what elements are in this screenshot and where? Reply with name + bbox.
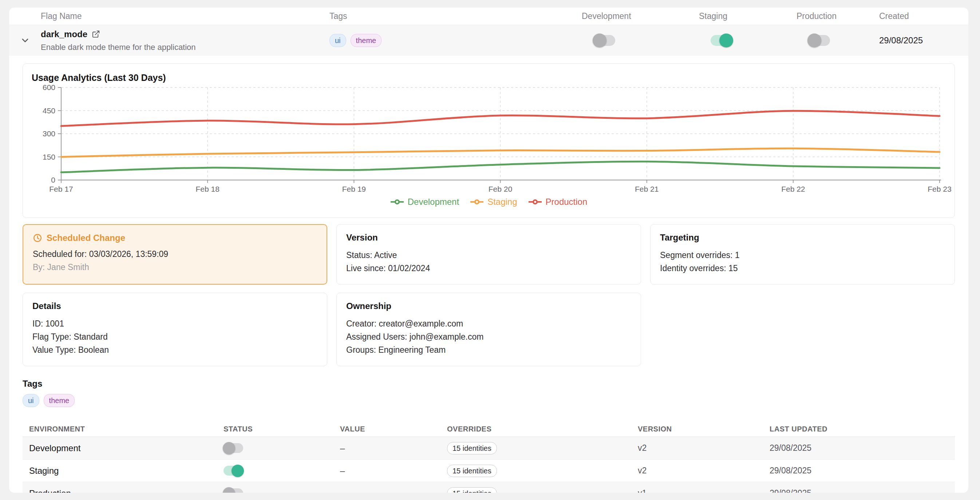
staging-toggle[interactable] bbox=[711, 35, 732, 46]
clock-icon bbox=[33, 233, 42, 243]
card-line: Value Type: Boolean bbox=[32, 343, 317, 356]
legend-label: Development bbox=[408, 197, 459, 207]
expand-chevron-icon[interactable] bbox=[20, 35, 30, 46]
development-status-toggle[interactable] bbox=[224, 443, 243, 453]
production-toggle[interactable] bbox=[808, 35, 830, 46]
card-line: Groups: Engineering Team bbox=[346, 343, 631, 356]
flag-name: dark_mode bbox=[41, 29, 88, 39]
env-last-updated: 29/08/2025 bbox=[770, 466, 955, 476]
chart-title: Usage Analytics (Last 30 Days) bbox=[30, 71, 947, 83]
scheduled-change-card: Scheduled Change Scheduled for: 03/03/20… bbox=[22, 224, 327, 284]
legend-item-development[interactable]: Development bbox=[390, 197, 459, 207]
flag-detail-panel: Flag Name Tags Development Staging Produ… bbox=[9, 8, 968, 493]
env-value: – bbox=[340, 466, 447, 476]
tags-list: uitheme bbox=[22, 394, 955, 407]
column-header-production: Production bbox=[797, 11, 879, 21]
toggle-knob bbox=[232, 465, 244, 477]
tag-pill-ui[interactable]: ui bbox=[22, 394, 39, 407]
targeting-card-title: Targeting bbox=[660, 233, 945, 243]
scheduled-for-text: Scheduled for: 03/03/2026, 13:59:09 bbox=[33, 248, 317, 260]
toggle-knob bbox=[593, 34, 606, 47]
chart-legend: DevelopmentStagingProduction bbox=[30, 197, 947, 207]
card-line: Creator: creator@example.com bbox=[346, 317, 631, 330]
details-card-body: ID: 1001Flag Type: StandardValue Type: B… bbox=[32, 317, 317, 356]
svg-text:600: 600 bbox=[43, 83, 55, 91]
env-name: Production bbox=[29, 488, 224, 493]
flag-row[interactable]: dark_mode Enable dark mode theme for the… bbox=[9, 25, 968, 56]
column-header-flag-name: Flag Name bbox=[41, 11, 329, 21]
card-line: Live since: 01/02/2024 bbox=[346, 262, 631, 275]
column-header-created: Created bbox=[879, 11, 968, 21]
legend-item-staging[interactable]: Staging bbox=[470, 197, 517, 207]
page-background: Flag Name Tags Development Staging Produ… bbox=[0, 0, 980, 500]
env-last-updated: 29/08/2025 bbox=[770, 443, 955, 453]
env-column-header-version: Version bbox=[638, 425, 770, 433]
overrides-badge: 15 identities bbox=[447, 442, 497, 454]
svg-text:Feb 17: Feb 17 bbox=[49, 185, 73, 193]
ownership-card: Ownership Creator: creator@example.comAs… bbox=[336, 292, 641, 366]
series-line-staging bbox=[61, 148, 940, 157]
legend-item-production[interactable]: Production bbox=[528, 197, 587, 207]
environment-table: EnvironmentStatusValueOverridesVersionLa… bbox=[22, 422, 955, 493]
overrides-badge: 15 identities bbox=[447, 465, 497, 477]
legend-label: Production bbox=[546, 197, 587, 207]
targeting-card-body: Segment overrides: 1Identity overrides: … bbox=[660, 249, 945, 275]
svg-text:Feb 21: Feb 21 bbox=[635, 185, 659, 193]
scheduled-by-text: By: Jane Smith bbox=[33, 260, 317, 274]
details-card-title: Details bbox=[32, 301, 317, 311]
development-toggle[interactable] bbox=[593, 35, 615, 46]
tags-section: Tags uitheme bbox=[22, 379, 955, 407]
version-card-title: Version bbox=[346, 233, 631, 243]
flag-created-date: 29/08/2025 bbox=[879, 35, 968, 46]
svg-text:450: 450 bbox=[43, 106, 55, 115]
legend-label: Staging bbox=[487, 197, 517, 207]
svg-text:Feb 20: Feb 20 bbox=[488, 185, 512, 193]
flag-description: Enable dark mode theme for the applicati… bbox=[41, 43, 329, 52]
column-header-tags: Tags bbox=[329, 11, 582, 21]
tag-pill-theme[interactable]: theme bbox=[351, 34, 382, 47]
env-last-updated: 29/08/2025 bbox=[770, 488, 955, 493]
overrides-badge: 15 identities bbox=[447, 487, 497, 493]
targeting-card: Targeting Segment overrides: 1Identity o… bbox=[650, 224, 955, 284]
env-row-development: Development–15 identitiesv229/08/2025 bbox=[22, 437, 955, 460]
env-name: Staging bbox=[29, 466, 224, 476]
svg-text:Feb 22: Feb 22 bbox=[781, 185, 805, 193]
env-column-header-overrides: Overrides bbox=[447, 425, 638, 433]
ownership-card-body: Creator: creator@example.comAssigned Use… bbox=[346, 317, 631, 356]
version-card-body: Status: ActiveLive since: 01/02/2024 bbox=[346, 249, 631, 275]
env-row-staging: Staging–15 identitiesv229/08/2025 bbox=[22, 460, 955, 482]
env-name: Development bbox=[29, 443, 224, 454]
env-column-header-environment: Environment bbox=[29, 425, 224, 433]
detail-cards-row: Details ID: 1001Flag Type: StandardValue… bbox=[22, 292, 955, 366]
toggle-knob bbox=[223, 487, 235, 493]
usage-line-chart: Feb 17Feb 18Feb 19Feb 20Feb 21Feb 22Feb … bbox=[30, 83, 958, 193]
card-line: ID: 1001 bbox=[32, 317, 317, 330]
toggle-knob bbox=[719, 34, 733, 47]
production-status-toggle[interactable] bbox=[224, 488, 243, 493]
toggle-knob bbox=[807, 34, 821, 47]
external-link-icon[interactable] bbox=[92, 30, 100, 38]
svg-text:0: 0 bbox=[51, 176, 55, 184]
tag-pill-ui[interactable]: ui bbox=[329, 34, 346, 47]
card-line: Segment overrides: 1 bbox=[660, 249, 945, 262]
staging-status-toggle[interactable] bbox=[224, 466, 243, 476]
svg-text:300: 300 bbox=[43, 129, 55, 138]
env-column-header-last-updated: Last Updated bbox=[770, 425, 955, 433]
tags-section-title: Tags bbox=[22, 379, 955, 389]
environment-table-header: EnvironmentStatusValueOverridesVersionLa… bbox=[22, 422, 955, 437]
env-version: v2 bbox=[638, 443, 770, 453]
env-column-header-status: Status bbox=[224, 425, 340, 433]
summary-cards-row: Scheduled Change Scheduled for: 03/03/20… bbox=[22, 224, 955, 284]
column-header-development: Development bbox=[582, 11, 699, 21]
env-value: – bbox=[340, 488, 447, 493]
ownership-card-title: Ownership bbox=[346, 301, 631, 311]
tag-pill-theme[interactable]: theme bbox=[44, 394, 75, 407]
toggle-knob bbox=[223, 442, 235, 454]
scheduled-change-title: Scheduled Change bbox=[33, 233, 317, 243]
env-column-header-value: Value bbox=[340, 425, 447, 433]
card-line: Flag Type: Standard bbox=[32, 330, 317, 343]
env-row-production: Production–15 identitiesv129/08/2025 bbox=[22, 482, 955, 493]
svg-text:Feb 19: Feb 19 bbox=[342, 185, 366, 193]
legend-marker-icon bbox=[470, 199, 484, 205]
flag-table-header: Flag Name Tags Development Staging Produ… bbox=[9, 8, 968, 25]
